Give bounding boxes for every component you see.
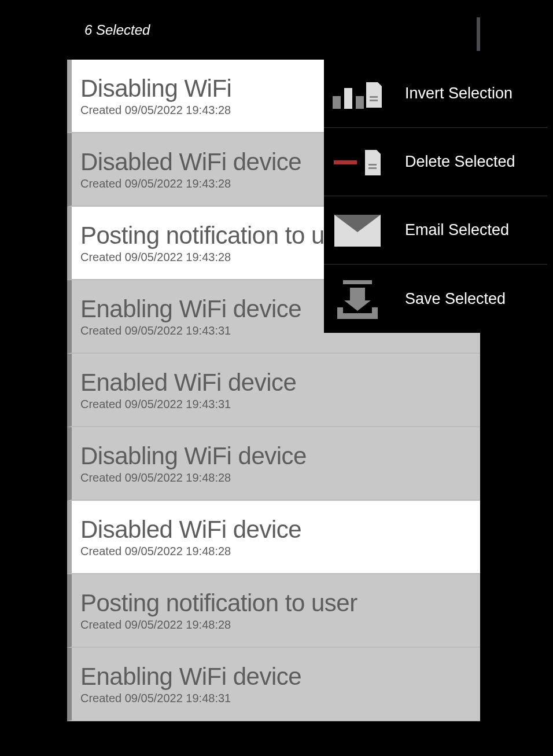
svg-rect-9 xyxy=(343,280,372,284)
svg-rect-2 xyxy=(356,96,364,109)
menu-item-email[interactable]: Email Selected xyxy=(324,196,547,265)
menu-item-invert[interactable]: Invert Selection xyxy=(324,60,547,128)
phone-frame: 6 Selected Disabling WiFi Created 09/05/… xyxy=(67,0,480,756)
list-item[interactable]: Enabling WiFi device Created 09/05/2022 … xyxy=(67,648,480,721)
menu-label: Save Selected xyxy=(405,290,506,308)
list-item[interactable]: Disabling WiFi device Created 09/05/2022… xyxy=(67,427,480,501)
svg-rect-7 xyxy=(368,167,377,169)
selection-count: 6 Selected xyxy=(84,22,150,38)
delete-icon xyxy=(333,137,382,186)
svg-rect-12 xyxy=(372,307,378,313)
item-title: Disabled WiFi device xyxy=(80,516,480,544)
svg-rect-3 xyxy=(370,96,378,98)
item-subtitle: Created 09/05/2022 19:48:28 xyxy=(80,545,480,558)
item-title: Enabling WiFi device xyxy=(80,663,480,691)
menu-label: Delete Selected xyxy=(405,153,515,171)
item-title: Posting notification to user xyxy=(80,589,480,617)
svg-rect-5 xyxy=(334,160,357,164)
save-icon xyxy=(333,274,382,324)
svg-rect-11 xyxy=(337,307,343,313)
menu-item-save[interactable]: Save Selected xyxy=(324,265,547,333)
item-title: Disabling WiFi device xyxy=(80,442,480,470)
list-item[interactable]: Enabled WiFi device Created 09/05/2022 1… xyxy=(67,354,480,427)
item-subtitle: Created 09/05/2022 19:48:28 xyxy=(80,618,480,632)
action-bar: 6 Selected xyxy=(67,0,480,60)
menu-item-delete[interactable]: Delete Selected xyxy=(324,128,547,196)
item-title: Enabled WiFi device xyxy=(80,369,480,397)
svg-rect-10 xyxy=(337,313,378,319)
svg-rect-1 xyxy=(344,88,352,109)
list-item[interactable]: Posting notification to user Created 09/… xyxy=(67,574,480,648)
svg-rect-0 xyxy=(333,96,341,109)
svg-rect-6 xyxy=(368,164,377,166)
item-subtitle: Created 09/05/2022 19:48:28 xyxy=(80,471,480,485)
list-item[interactable]: Disabled WiFi device Created 09/05/2022 … xyxy=(67,501,480,574)
invert-selection-icon xyxy=(333,69,382,118)
header-divider xyxy=(477,17,480,51)
menu-label: Email Selected xyxy=(405,221,509,239)
svg-rect-4 xyxy=(370,100,378,101)
item-subtitle: Created 09/05/2022 19:43:31 xyxy=(80,398,480,411)
context-menu: Invert Selection Delete Selected Email xyxy=(324,60,547,333)
menu-label: Invert Selection xyxy=(405,85,513,102)
email-icon xyxy=(333,205,382,255)
item-subtitle: Created 09/05/2022 19:48:31 xyxy=(80,692,480,705)
